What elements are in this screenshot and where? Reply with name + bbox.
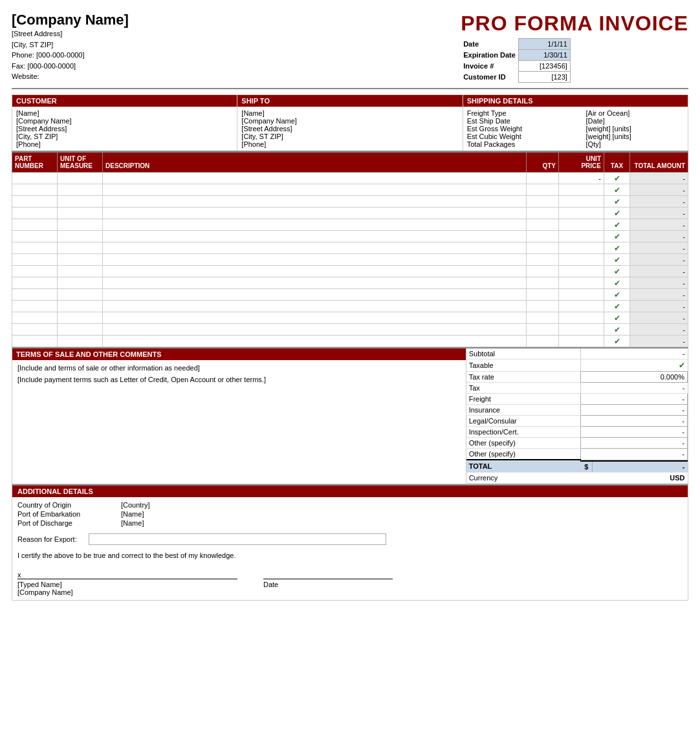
inspection-value[interactable]: - bbox=[580, 427, 687, 438]
header: [Company Name] [Street Address] [City, S… bbox=[12, 12, 688, 89]
totals-col: Subtotal - Taxable ✔ Tax rate 0.000% Tax… bbox=[466, 348, 688, 484]
invoice-num-label: Invoice # bbox=[461, 61, 518, 72]
amount-cell: - bbox=[630, 289, 688, 301]
uom-cell bbox=[58, 184, 103, 196]
amount-cell: - bbox=[630, 196, 688, 208]
other1-label: Other (specify) bbox=[466, 438, 581, 449]
part-cell bbox=[12, 219, 58, 231]
qty-cell bbox=[527, 196, 559, 208]
discharge-label: Port of Discharge bbox=[17, 519, 121, 527]
tax-check-icon[interactable]: ✔ bbox=[614, 337, 620, 346]
total-label: TOTAL bbox=[466, 460, 581, 473]
part-cell bbox=[12, 324, 58, 336]
tax-check-icon[interactable]: ✔ bbox=[614, 232, 620, 241]
tax-check-icon[interactable]: ✔ bbox=[614, 220, 620, 230]
tax-cell: ✔ bbox=[604, 208, 630, 219]
amount-cell: - bbox=[630, 184, 688, 196]
company-info: [Company Name] [Street Address] [City, S… bbox=[12, 12, 129, 82]
ship-to-col: SHIP TO [Name] [Company Name] [Street Ad… bbox=[237, 95, 463, 151]
uom-cell bbox=[58, 231, 103, 242]
terms-col: TERMS OF SALE AND OTHER COMMENTS [Includ… bbox=[12, 348, 466, 484]
tax-rate-label: Tax rate bbox=[466, 372, 581, 383]
tax-check-icon[interactable]: ✔ bbox=[614, 314, 620, 323]
part-cell bbox=[12, 277, 58, 289]
tax-check-icon[interactable]: ✔ bbox=[614, 302, 620, 311]
shipping-col: SHIPPING DETAILS Freight Type [Air or Oc… bbox=[463, 95, 688, 151]
reason-row: Reason for Export: bbox=[17, 533, 683, 545]
other1-value[interactable]: - bbox=[580, 438, 687, 449]
desc-cell bbox=[103, 312, 527, 324]
tax-cell: ✔ bbox=[604, 231, 630, 242]
tax-check-icon[interactable]: ✔ bbox=[614, 290, 620, 299]
total-amount-cell: $ - bbox=[580, 460, 687, 473]
tax-check-icon[interactable]: ✔ bbox=[614, 267, 620, 276]
table-row: ✔- bbox=[12, 242, 688, 254]
desc-cell bbox=[103, 184, 527, 196]
qty-cell bbox=[527, 324, 559, 336]
sig-block-left: x [Typed Name] [Company Name] bbox=[17, 571, 237, 596]
qty-cell bbox=[527, 184, 559, 196]
tax-check-icon[interactable]: ✔ bbox=[614, 325, 620, 334]
website: Website: bbox=[12, 71, 129, 82]
table-row: ✔- bbox=[12, 301, 688, 312]
ship-to-company: [Company Name] bbox=[241, 117, 458, 125]
shipping-table: Freight Type [Air or Ocean] Est Ship Dat… bbox=[467, 109, 684, 148]
amount-cell: - bbox=[630, 301, 688, 312]
sig-block-right: x Date bbox=[263, 571, 393, 596]
desc-cell bbox=[103, 208, 527, 219]
price-cell bbox=[559, 196, 604, 208]
amount-cell: - bbox=[630, 242, 688, 254]
amount-cell: - bbox=[630, 254, 688, 266]
tax-check-icon[interactable]: ✔ bbox=[614, 197, 620, 206]
items-section: PARTNUMBER UNIT OFMEASURE DESCRIPTION QT… bbox=[12, 151, 688, 347]
tax-rate-value[interactable]: 0.000% bbox=[580, 372, 687, 383]
tax-cell: ✔ bbox=[604, 196, 630, 208]
th-tax: TAX bbox=[604, 153, 630, 173]
freight-value[interactable]: - bbox=[580, 394, 687, 405]
tax-check-icon[interactable]: ✔ bbox=[614, 279, 620, 288]
insurance-value[interactable]: - bbox=[580, 405, 687, 416]
insurance-label: Insurance bbox=[466, 405, 581, 416]
desc-cell bbox=[103, 301, 527, 312]
qty-cell bbox=[527, 301, 559, 312]
freight-type-label: Freight Type bbox=[467, 109, 586, 117]
invoice-title: PRO FORMA INVOICE bbox=[461, 12, 688, 36]
legal-value[interactable]: - bbox=[580, 416, 687, 427]
certify-text: I certify the above to be true and corre… bbox=[17, 552, 683, 559]
desc-cell bbox=[103, 266, 527, 277]
invoice-num-value: [123456] bbox=[518, 61, 570, 72]
info-section: CUSTOMER [Name] [Company Name] [Street A… bbox=[12, 94, 688, 151]
qty-cell bbox=[527, 312, 559, 324]
amount-cell: - bbox=[630, 219, 688, 231]
part-cell bbox=[12, 196, 58, 208]
reason-input[interactable] bbox=[89, 533, 386, 545]
amount-cell: - bbox=[630, 277, 688, 289]
tax-check-icon[interactable]: ✔ bbox=[614, 174, 620, 183]
items-table: PARTNUMBER UNIT OFMEASURE DESCRIPTION QT… bbox=[12, 152, 688, 347]
qty-cell bbox=[527, 219, 559, 231]
price-cell: - bbox=[559, 173, 604, 184]
desc-cell bbox=[103, 173, 527, 184]
tax-cell: ✔ bbox=[604, 301, 630, 312]
amount-cell: - bbox=[630, 312, 688, 324]
part-cell bbox=[12, 266, 58, 277]
uom-cell bbox=[58, 336, 103, 347]
price-cell bbox=[559, 277, 604, 289]
customer-phone: [Phone] bbox=[16, 140, 233, 148]
tax-check-icon[interactable]: ✔ bbox=[614, 255, 620, 264]
uom-cell bbox=[58, 324, 103, 336]
price-cell bbox=[559, 312, 604, 324]
part-cell bbox=[12, 208, 58, 219]
other2-value[interactable]: - bbox=[580, 449, 687, 460]
qty-cell bbox=[527, 277, 559, 289]
part-cell bbox=[12, 173, 58, 184]
desc-cell bbox=[103, 242, 527, 254]
total-packages-value: [Qty] bbox=[586, 140, 684, 148]
customer-id-label: Customer ID bbox=[461, 72, 518, 83]
tax-cell: ✔ bbox=[604, 242, 630, 254]
price-cell bbox=[559, 219, 604, 231]
tax-check-icon[interactable]: ✔ bbox=[614, 186, 620, 195]
tax-check-icon[interactable]: ✔ bbox=[614, 244, 620, 253]
phone: Phone: [000-000-0000] bbox=[12, 50, 129, 61]
tax-check-icon[interactable]: ✔ bbox=[614, 209, 620, 218]
